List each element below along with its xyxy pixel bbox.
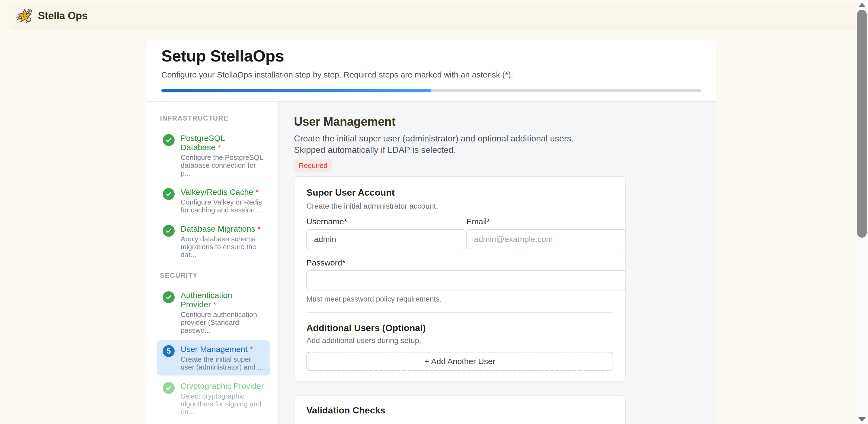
- step-description: Select cryptographic algorithms for sign…: [181, 392, 265, 416]
- step-title: Cryptographic Provider: [181, 382, 265, 391]
- scrollbar-thumb[interactable]: [857, 10, 867, 238]
- divider: [306, 312, 613, 313]
- step-description-text: Create the initial super user (administr…: [294, 133, 598, 156]
- sidebar-item-valkey-redis-cache[interactable]: Valkey/Redis Cache* Configure Valkey or …: [157, 183, 270, 218]
- wizard-title-section: Setup StellaOps Configure your StellaOps…: [147, 39, 716, 101]
- password-input[interactable]: [306, 270, 625, 290]
- step-heading: User Management: [294, 115, 716, 128]
- brand-name: Stella Ops: [38, 10, 88, 22]
- required-asterisk: *: [217, 143, 221, 152]
- super-user-account-card: Super User Account Create the initial ad…: [294, 176, 626, 382]
- vertical-scrollbar[interactable]: [856, 0, 868, 424]
- sidebar-item-authentication-provider[interactable]: Authentication Provider* Configure authe…: [157, 286, 270, 339]
- username-label: Username*: [306, 217, 465, 227]
- progress-fill: [161, 89, 431, 92]
- username-input[interactable]: [306, 229, 465, 249]
- check-circle-icon: [163, 188, 175, 200]
- required-asterisk: *: [255, 188, 259, 196]
- email-label: Email*: [466, 217, 625, 227]
- password-label: Password*: [306, 258, 625, 268]
- sidebar-item-database-migrations[interactable]: Database Migrations* Apply database sche…: [157, 220, 270, 263]
- additional-users-subtitle: Add additional users during setup.: [306, 336, 613, 345]
- stella-ops-logo-icon: [16, 8, 33, 24]
- check-circle-icon: [163, 382, 175, 394]
- step-description: Create the initial super user (administr…: [181, 355, 265, 371]
- sidebar-item-user-management[interactable]: 5 User Management* Create the initial su…: [157, 340, 270, 376]
- card-subtitle: Create the initial administrator account…: [306, 202, 613, 211]
- required-badge: Required: [294, 159, 333, 172]
- card-title: Super User Account: [306, 187, 613, 198]
- step-title: User Management: [181, 345, 248, 354]
- step-title: Valkey/Redis Cache: [181, 188, 253, 196]
- check-circle-icon: [163, 134, 175, 146]
- section-label-infrastructure: INFRASTRUCTURE: [160, 114, 270, 122]
- step-description: Configure the PostgreSQL database connec…: [181, 154, 265, 177]
- app-header: Stella Ops: [9, 3, 856, 28]
- sidebar-item-secrets-vault[interactable]: Secrets Vault Configure a secrets vault …: [157, 422, 270, 424]
- sidebar-item-cryptographic-provider[interactable]: Cryptographic Provider Select cryptograp…: [157, 377, 270, 420]
- check-circle-icon: [163, 225, 175, 237]
- section-label-security: SECURITY: [160, 271, 270, 279]
- required-asterisk: *: [257, 224, 260, 233]
- steps-sidebar: INFRASTRUCTURE PostgreSQL Database* Conf…: [147, 102, 278, 424]
- validation-checks-title: Validation Checks: [306, 405, 613, 416]
- step-number-badge: 5: [163, 345, 175, 357]
- email-input[interactable]: [466, 229, 625, 249]
- step-title: Authentication Provider: [181, 291, 232, 309]
- page-title: Setup StellaOps: [161, 47, 701, 64]
- sidebar-item-postgresql-database[interactable]: PostgreSQL Database* Configure the Postg…: [157, 129, 270, 182]
- step-title: Database Migrations: [181, 224, 255, 233]
- step-content-panel: User Management Create the initial super…: [278, 102, 716, 424]
- required-asterisk: *: [250, 345, 253, 354]
- additional-users-title: Additional Users (Optional): [306, 322, 613, 333]
- scroll-up-arrow-icon[interactable]: [858, 3, 866, 7]
- step-description: Configure authentication provider (Stand…: [181, 311, 265, 334]
- add-another-user-button[interactable]: + Add Another User: [306, 352, 613, 371]
- password-hint: Must meet password policy requirements.: [306, 295, 613, 303]
- scroll-down-arrow-icon[interactable]: [858, 417, 866, 422]
- setup-wizard-card: Setup StellaOps Configure your StellaOps…: [147, 39, 716, 424]
- check-circle-icon: [163, 291, 175, 303]
- validation-checks-card: Validation Checks exists Check passed: [294, 395, 626, 424]
- step-description: Configure Valkey or Redis for caching an…: [181, 198, 265, 214]
- setup-progress-bar: [161, 89, 701, 92]
- required-asterisk: *: [213, 300, 216, 309]
- page-subtitle: Configure your StellaOps installation st…: [161, 70, 701, 80]
- step-description: Apply database schema migrations to ensu…: [181, 235, 265, 259]
